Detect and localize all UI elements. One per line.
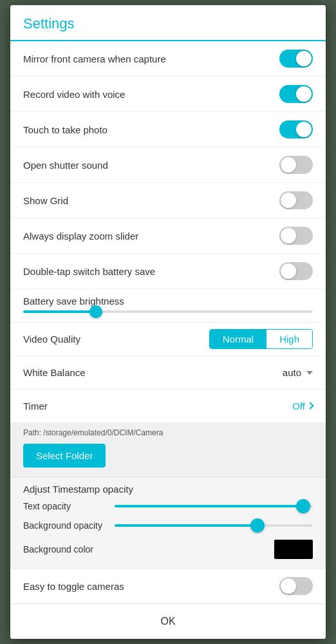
double-tap-battery-toggle[interactable] — [279, 262, 313, 280]
always-display-zoom-label: Always display zoom slider — [23, 231, 279, 242]
bg-opacity-fill — [115, 524, 257, 527]
bg-opacity-row: Background opacity — [23, 520, 313, 531]
text-opacity-thumb — [296, 499, 310, 513]
white-balance-label: White Balance — [23, 367, 283, 378]
bg-color-swatch[interactable] — [274, 540, 313, 559]
timer-label: Timer — [23, 401, 292, 412]
dropdown-arrow-icon — [306, 371, 313, 375]
toggle-thumb — [281, 578, 296, 594]
settings-dialog: Settings Mirror front camera when captur… — [10, 5, 326, 639]
toggle-thumb — [296, 122, 312, 137]
battery-brightness-label: Battery save brightness — [23, 296, 313, 307]
path-text: Path: /storage/emulated/0/DCIM/Camera — [23, 428, 313, 437]
easy-toggle-cameras-label: Easy to toggle cameras — [23, 581, 279, 592]
always-display-zoom-toggle[interactable] — [279, 227, 313, 245]
timer-row: Timer Off — [10, 390, 326, 423]
quality-normal-button[interactable]: Normal — [210, 330, 266, 348]
open-shutter-sound-label: Open shutter sound — [23, 160, 279, 171]
white-balance-value: auto — [283, 367, 301, 378]
video-quality-label: Video Quality — [23, 334, 209, 345]
slider-fill — [23, 310, 96, 313]
white-balance-row: White Balance auto — [10, 356, 326, 390]
touch-to-take-toggle[interactable] — [279, 120, 313, 138]
toggle-thumb — [281, 193, 296, 208]
record-video-voice-toggle[interactable] — [279, 85, 313, 103]
text-opacity-fill — [115, 505, 303, 507]
mirror-front-camera-toggle[interactable] — [279, 50, 313, 68]
double-tap-battery-label: Double-tap switch battery save — [23, 266, 279, 277]
folder-section: Path: /storage/emulated/0/DCIM/Camera Se… — [10, 423, 326, 477]
mirror-front-camera-label: Mirror front camera when capture — [23, 53, 279, 64]
timer-value[interactable]: Off — [292, 401, 313, 412]
battery-brightness-slider[interactable] — [23, 310, 313, 313]
open-shutter-sound-row: Open shutter sound — [10, 147, 326, 183]
quality-high-button[interactable]: High — [266, 330, 312, 348]
video-quality-buttons: Normal High — [209, 329, 313, 349]
toggle-thumb — [296, 86, 312, 102]
dialog-header: Settings — [10, 5, 326, 41]
opacity-section: Text opacity Background opacity Backgrou… — [10, 497, 326, 568]
ok-section: OK — [10, 603, 326, 639]
show-grid-label: Show Grid — [23, 195, 279, 206]
white-balance-dropdown[interactable]: auto — [283, 367, 313, 378]
easy-toggle-cameras-toggle[interactable] — [279, 577, 313, 595]
toggle-thumb — [281, 263, 296, 279]
show-grid-row: Show Grid — [10, 183, 326, 218]
timestamp-section-title: Adjust Timestamp opacity — [23, 484, 313, 495]
bg-opacity-slider[interactable] — [115, 524, 313, 527]
toggle-thumb — [281, 157, 296, 173]
open-shutter-sound-toggle[interactable] — [279, 156, 313, 174]
timer-display: Off — [292, 401, 305, 412]
text-opacity-row: Text opacity — [23, 501, 313, 511]
bg-color-row: Background color — [23, 540, 313, 559]
bg-opacity-label: Background opacity — [23, 520, 107, 531]
bg-color-label: Background color — [23, 544, 93, 554]
timestamp-section-header: Adjust Timestamp opacity — [10, 477, 326, 497]
double-tap-battery-row: Double-tap switch battery save — [10, 254, 326, 289]
text-opacity-slider[interactable] — [115, 505, 313, 507]
easy-toggle-cameras-row: Easy to toggle cameras — [10, 568, 326, 603]
mirror-front-camera-row: Mirror front camera when capture — [10, 41, 326, 77]
dialog-title: Settings — [23, 15, 313, 32]
text-opacity-label: Text opacity — [23, 501, 107, 511]
video-quality-row: Video Quality Normal High — [10, 323, 326, 356]
touch-to-take-row: Touch to take photo — [10, 112, 326, 147]
settings-list: Mirror front camera when capture Record … — [10, 41, 326, 423]
bg-opacity-thumb — [250, 518, 265, 533]
toggle-thumb — [281, 228, 296, 243]
show-grid-toggle[interactable] — [279, 191, 313, 209]
battery-brightness-row: Battery save brightness — [10, 289, 326, 323]
ok-button[interactable]: OK — [141, 613, 194, 630]
touch-to-take-label: Touch to take photo — [23, 124, 279, 135]
select-folder-button[interactable]: Select Folder — [23, 444, 106, 468]
record-video-voice-row: Record video with voice — [10, 77, 326, 112]
record-video-voice-label: Record video with voice — [23, 89, 279, 100]
always-display-zoom-row: Always display zoom slider — [10, 218, 326, 254]
toggle-thumb — [296, 51, 312, 66]
chevron-right-icon — [306, 402, 313, 409]
slider-thumb — [89, 305, 102, 318]
